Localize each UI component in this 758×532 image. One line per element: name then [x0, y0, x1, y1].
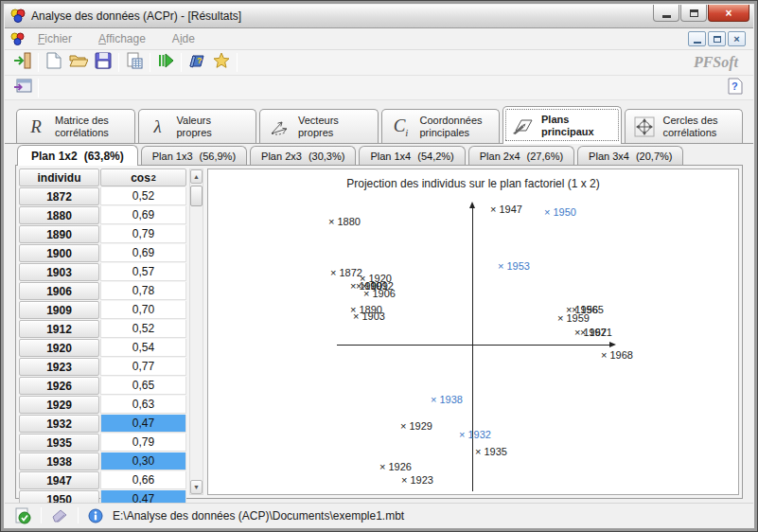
cos2-cell[interactable]: 0,78 [100, 282, 186, 300]
scroll-up-button[interactable]: ▲ [190, 169, 203, 184]
individu-cell[interactable]: 1906 [19, 282, 99, 300]
column-header-cos2[interactable]: cos2 [100, 168, 186, 186]
help-page-icon: ? [728, 78, 743, 98]
individu-cell[interactable]: 1880 [19, 206, 99, 224]
open-file-button[interactable] [66, 52, 91, 74]
tab-plan-2x3[interactable]: Plan 2x3(30,3%) [250, 146, 356, 165]
tab-coordonnees[interactable]: CiCoordonnéesprincipales [381, 109, 501, 143]
tab-vecteurs[interactable]: Vecteurspropres [259, 109, 379, 143]
toolbar-secondary: ? [5, 76, 753, 100]
cos2-cell[interactable]: 0,52 [100, 320, 186, 338]
tab-plan-3x4[interactable]: Plan 3x4(20,7%) [577, 146, 683, 165]
copy-report-button[interactable] [122, 52, 147, 74]
individu-cell[interactable]: 1912 [19, 320, 99, 338]
individu-cell[interactable]: 1932 [19, 415, 99, 433]
run-button[interactable] [153, 52, 178, 74]
new-file-button[interactable] [42, 52, 66, 74]
cos2-cell[interactable]: 0,77 [100, 358, 186, 376]
cos2-cell[interactable]: 0,69 [100, 244, 186, 262]
individu-cell[interactable]: 1903 [19, 263, 99, 281]
point-1906: ×1906 [363, 287, 396, 300]
tab-label: Vecteurspropres [298, 115, 339, 138]
scroll-down-button[interactable]: ▼ [190, 480, 203, 494]
exit-icon [13, 52, 32, 73]
cos2-cell[interactable]: 0,70 [100, 301, 186, 319]
individu-cell[interactable]: 1900 [19, 244, 99, 262]
point-1968: ×1968 [601, 348, 633, 362]
individu-cell[interactable]: 1890 [19, 225, 99, 243]
mdi-minimize-button[interactable] [688, 31, 706, 46]
title-bar[interactable]: Analyse des données (ACPr) - [Résultats]… [5, 5, 753, 28]
table-scrollbar[interactable]: ▲ ▼ [189, 168, 203, 495]
cos2-cell[interactable]: 0,30 [100, 452, 186, 470]
tab-valeurs[interactable]: λValeurspropres [138, 109, 257, 143]
save-button[interactable] [91, 52, 115, 74]
cos2-cell[interactable]: 0,79 [100, 434, 186, 452]
point-1935: ×1935 [475, 445, 507, 458]
results-window-button[interactable] [10, 77, 35, 98]
menu-items: FichierAffichageAide [25, 30, 208, 47]
cos2-cell[interactable]: 0,69 [100, 206, 186, 224]
tab-plan-1x2[interactable]: Plan 1x2(63,8%) [17, 145, 138, 166]
menu-affichage[interactable]: Affichage [85, 30, 159, 47]
cos2-cell[interactable]: 0,65 [100, 377, 186, 395]
individu-cell[interactable]: 1923 [19, 358, 99, 376]
cos2-cell[interactable]: 0,47 [100, 415, 186, 433]
point-1926: ×1926 [379, 460, 412, 473]
tab-label: Valeurspropres [177, 115, 212, 138]
individu-cell[interactable]: 1872 [19, 187, 99, 205]
cos2-cell[interactable]: 0,54 [100, 339, 186, 357]
help-book-button[interactable]: ? [185, 52, 209, 74]
cos2-cell[interactable]: 0,63 [100, 396, 186, 414]
individu-cell[interactable]: 1947 [19, 471, 99, 489]
individu-cell[interactable]: 1935 [19, 434, 99, 452]
exit-button[interactable] [10, 52, 35, 74]
mdi-close-button[interactable]: × [728, 31, 746, 46]
menu-aide[interactable]: Aide [159, 30, 208, 47]
tab-label: Plansprincipaux [541, 114, 594, 137]
run-icon [157, 53, 174, 72]
window-title: Analyse des données (ACPr) - [Résultats] [31, 9, 241, 23]
tab-matrice[interactable]: RMatrice descorrélations [16, 109, 135, 143]
cos2-cell[interactable]: 0,57 [100, 263, 186, 281]
minimize-button[interactable] [653, 5, 679, 22]
individu-cell[interactable]: 1929 [19, 396, 99, 414]
cos2-cell[interactable]: 0,52 [100, 187, 186, 205]
svg-text:?: ? [197, 56, 203, 65]
help-page-button[interactable]: ? [723, 77, 748, 98]
point-1872: ×1872 [330, 266, 362, 279]
menu-bar: FichierAffichageAide × [5, 28, 753, 50]
point-1953: ×1953 [498, 259, 530, 273]
document-path: E:\Analyse des données (ACP)\Documents\e… [113, 509, 404, 523]
menu-fichier[interactable]: Fichier [25, 30, 85, 47]
brand-logo: PFSoft [694, 54, 738, 71]
individu-cell[interactable]: 1909 [19, 301, 99, 319]
favorites-star-button[interactable] [209, 52, 234, 74]
cos-label: cos [131, 171, 150, 185]
tab-plan-1x3[interactable]: Plan 1x3(56,9%) [141, 146, 247, 165]
individu-cell[interactable]: 1926 [19, 377, 99, 395]
tab-plans[interactable]: Plansprincipaux [502, 106, 622, 144]
individu-cell[interactable]: 1938 [19, 452, 99, 470]
column-header-individu[interactable]: individu [19, 168, 99, 186]
tab-label: Cercles descorrélations [663, 115, 718, 138]
point-1903: ×1903 [353, 310, 385, 323]
individu-cell[interactable]: 1920 [19, 339, 99, 357]
tab-plan-1x4[interactable]: Plan 1x4(54,2%) [359, 146, 465, 165]
cos2-cell[interactable]: 0,79 [100, 225, 186, 243]
results-panel: individu cos2 18720,5218800,6918900,7919… [15, 166, 743, 499]
tab-plan-2x4[interactable]: Plan 2x4(27,6%) [468, 146, 574, 165]
tab-cercles[interactable]: Cercles descorrélations [625, 109, 744, 143]
maximize-button[interactable] [680, 5, 707, 22]
x-axis [337, 345, 612, 346]
new-file-icon [46, 52, 62, 73]
copy-report-icon [126, 52, 143, 73]
mdi-restore-button[interactable] [708, 31, 726, 46]
cos2-cell[interactable]: 0,66 [100, 471, 186, 489]
scrollbar-thumb[interactable] [190, 186, 203, 206]
close-button[interactable]: × [708, 5, 749, 22]
valeurs-icon: λ [145, 116, 171, 137]
cos2-table: individu cos2 18720,5218800,6918900,7919… [19, 168, 187, 495]
cercles-icon [631, 116, 658, 137]
app-icon [10, 9, 26, 24]
